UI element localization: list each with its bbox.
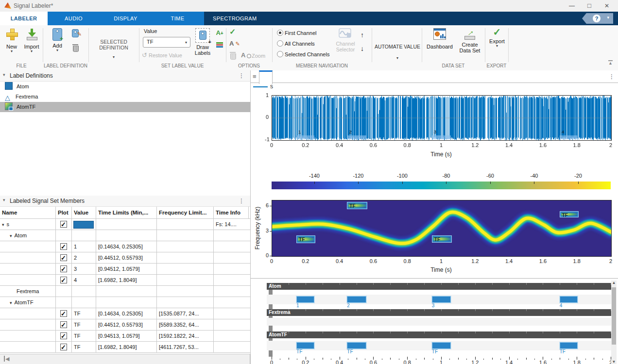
track-header-atomtf[interactable]: AtomTF <box>267 331 612 338</box>
tf-region-label[interactable]: TF <box>432 236 451 242</box>
track-header-fextrema[interactable]: Fextrema <box>267 309 612 316</box>
plot-checkbox[interactable] <box>60 344 67 350</box>
track-region-box[interactable] <box>347 342 366 349</box>
track-region-box[interactable] <box>432 296 451 303</box>
expand-icon[interactable]: ▾ <box>10 300 12 305</box>
tracks-scrollbar[interactable]: ▲ ▼ <box>611 281 617 364</box>
radio-selected-channels[interactable]: Selected Channels <box>277 51 329 57</box>
close-icon[interactable]: ✕ <box>600 1 614 10</box>
kebab-menu-icon[interactable]: ⋮ <box>239 72 244 79</box>
table-row[interactable]: 1[0.14634, 0.25305] <box>0 241 250 252</box>
collapse-panel-icon[interactable]: ▾ <box>3 198 5 202</box>
next-member-button[interactable]: ↓ <box>360 45 364 52</box>
table-row[interactable]: 4[1.6982, 1.8049] <box>0 275 250 286</box>
radio-first-channel[interactable]: First Channel <box>277 30 316 36</box>
automate-value-button[interactable]: AUTOMATE VALUE ▾ <box>374 44 421 60</box>
edit-label-button[interactable]: A ✎ <box>229 40 240 47</box>
selected-definition-dropdown[interactable]: SELECTED DEFINITION ▾ <box>92 39 135 59</box>
plot-checkbox[interactable] <box>60 321 67 328</box>
tab-audio[interactable]: AUDIO <box>48 12 100 25</box>
track-region-box[interactable] <box>560 296 578 303</box>
dashboard-button[interactable]: Dashboard <box>426 28 454 50</box>
scrollbar-thumb[interactable] <box>612 287 616 345</box>
column-header-5[interactable]: Time Info <box>214 207 249 218</box>
zoom-to-label-button[interactable]: A <box>241 51 251 59</box>
kebab-menu-icon[interactable]: ⋮ <box>609 73 615 80</box>
delete-label-button[interactable] <box>229 51 236 59</box>
expand-icon[interactable]: ▾ <box>2 222 4 227</box>
plot-checkbox[interactable] <box>60 277 67 283</box>
maximize-icon[interactable]: □ <box>582 1 597 10</box>
table-row[interactable]: TF[0.44512, 0.55793][5589.3352, 64... <box>0 319 250 331</box>
column-header-0[interactable]: Name <box>0 207 56 218</box>
channel-selector-button[interactable]: Channel Selector <box>334 28 357 52</box>
expand-icon[interactable]: ▾ <box>10 233 12 238</box>
tab-display[interactable]: DISPLAY <box>100 12 152 25</box>
column-header-3[interactable]: Time Limits (Min,... <box>96 207 157 218</box>
track-region-box[interactable] <box>432 342 451 349</box>
plot-checkbox[interactable] <box>60 254 67 261</box>
color-swatch[interactable] <box>73 221 94 229</box>
value-dropdown[interactable]: TF ▾ <box>143 37 190 48</box>
minimize-icon[interactable]: — <box>565 1 579 10</box>
track-region-box[interactable] <box>296 342 314 349</box>
add-label-definition-button[interactable]: + Add ▾ <box>48 28 67 52</box>
table-row[interactable]: Fextrema <box>0 286 250 297</box>
draw-labels-button[interactable]: + Draw Labels <box>193 28 212 56</box>
table-row[interactable]: TF[0.14634, 0.25305][1535.0877, 24... <box>0 308 250 319</box>
tf-region-label[interactable]: TF <box>297 236 315 242</box>
track-region-box[interactable] <box>296 296 314 303</box>
plot-checkbox[interactable] <box>60 310 67 317</box>
frequency-limits-cell <box>157 286 214 297</box>
table-row[interactable]: ▾AtomTF <box>0 297 250 308</box>
edit-label-definition-button[interactable]: ✎ <box>70 29 81 37</box>
help-button[interactable]: ? ▾ <box>582 13 613 24</box>
table-row[interactable]: 2[0.44512, 0.55793] <box>0 252 250 264</box>
plot-tab-active[interactable] <box>259 70 273 84</box>
table-row[interactable]: TF[0.94513, 1.0579][1592.1822, 24... <box>0 331 250 342</box>
track-header-atom[interactable]: Atom <box>267 283 612 290</box>
signal-waveform-plot[interactable] <box>272 95 612 141</box>
track-region-box[interactable] <box>560 342 578 349</box>
table-row[interactable]: ▾sFs: 14.... <box>0 219 250 230</box>
import-button[interactable]: Import ▾ <box>21 28 42 53</box>
restore-value-button[interactable]: ↺ Restore Value <box>142 51 182 59</box>
previous-member-button[interactable]: ↑ <box>360 31 364 39</box>
label-definition-item[interactable]: △Fextrema <box>0 92 250 102</box>
collapse-ribbon-button[interactable]: ▲ <box>608 60 613 65</box>
plot-checkbox[interactable] <box>60 332 67 339</box>
colorbar[interactable] <box>272 182 611 189</box>
scroll-up-icon[interactable]: ▲ <box>611 281 617 285</box>
hamburger-icon[interactable]: ≡ <box>253 73 257 80</box>
accept-button[interactable]: ✓ <box>229 28 236 36</box>
tf-region-label[interactable]: TF <box>347 202 366 208</box>
track-region-box[interactable] <box>347 296 366 303</box>
plot-checkbox[interactable] <box>60 265 67 272</box>
kebab-menu-icon[interactable]: ⋮ <box>239 198 244 204</box>
export-button[interactable]: ✓ Export ▾ <box>487 28 507 48</box>
column-header-1[interactable]: Plot <box>56 207 72 218</box>
label-viewer-button[interactable] <box>215 42 224 48</box>
plot-checkbox[interactable] <box>60 243 67 250</box>
create-data-set-button[interactable]: → Create Data Set <box>456 28 484 53</box>
tab-labeler[interactable]: LABELER <box>0 12 48 25</box>
column-header-2[interactable]: Value <box>72 207 96 218</box>
tab-time[interactable]: TIME <box>152 12 204 25</box>
tf-region-label[interactable]: TF <box>560 212 578 216</box>
scroll-down-icon[interactable]: ▼ <box>611 360 617 364</box>
collapse-panel-icon[interactable]: ▾ <box>3 72 5 77</box>
label-definition-item[interactable]: Atom <box>0 82 250 92</box>
table-row[interactable]: TF[1.6982, 1.8049][4611.7267, 53... <box>0 342 250 353</box>
tab-spectrogram[interactable]: SPECTROGRAM <box>204 12 271 25</box>
column-header-4[interactable]: Frequency Limit... <box>157 207 214 218</box>
radio-all-channels[interactable]: All Channels <box>277 40 315 47</box>
table-row[interactable]: ▾Atom <box>0 230 250 241</box>
collapse-left-panel-button[interactable]: ◀ <box>4 356 9 362</box>
add-attribute-button[interactable]: A+ <box>215 29 224 36</box>
spectrogram-plot[interactable]: TFTFTFTF <box>272 200 612 257</box>
table-row[interactable]: 3[0.94512, 1.0579] <box>0 264 250 275</box>
new-button[interactable]: New ▾ <box>3 28 20 53</box>
label-definition-item[interactable]: AtomTF <box>0 102 250 112</box>
delete-label-definition-button[interactable] <box>70 44 81 51</box>
plot-checkbox[interactable] <box>60 221 67 228</box>
